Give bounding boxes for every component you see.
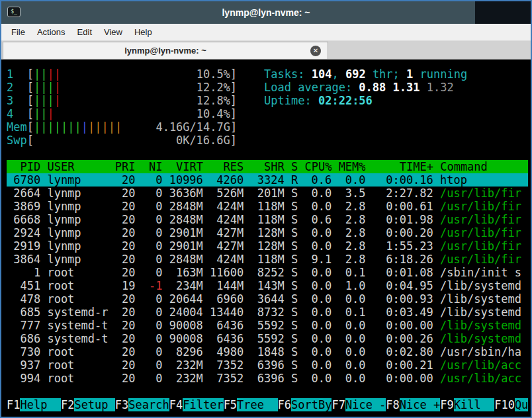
- meter-label: Swp: [7, 134, 27, 147]
- process-row[interactable]: 730 root 20 0 8296 4980 1848 S 0.0 0.0 0…: [7, 345, 528, 358]
- fkey-f7[interactable]: F7Nice -: [332, 398, 386, 411]
- fkey-f1[interactable]: F1Help: [7, 398, 61, 411]
- process-row[interactable]: 451 root 19 -1 234M 144M 143M S 0.0 1.0 …: [7, 279, 528, 292]
- green-meter-bar: |: [40, 107, 47, 120]
- process-command: /usr/lib/acc: [440, 372, 521, 385]
- spacer-line: [7, 147, 528, 160]
- process-row[interactable]: 3869 lynmp 20 0 2848M 424M 118M S 0.0 2.…: [7, 200, 528, 213]
- process-nice: 0: [142, 239, 163, 253]
- meter-label: Mem: [7, 120, 27, 134]
- process-command: htop: [440, 173, 467, 187]
- process-stats: 2901M 427M 128M S 0.0 2.8 1:55.23: [162, 239, 440, 253]
- process-nice: 0: [142, 266, 163, 279]
- green-meter-bar: |: [40, 81, 47, 94]
- column-header-s[interactable]: S: [285, 160, 298, 173]
- process-row[interactable]: 6780 lynmp 20 0 10996 4260 3324 R 0.6 0.…: [7, 173, 528, 187]
- process-command: /lib/systemd: [440, 306, 521, 319]
- process-stats: 163M 11600 8252 S 0.0 0.1 0:01.08: [162, 266, 440, 279]
- green-meter-bar: |: [47, 94, 54, 107]
- menu-file[interactable]: File: [5, 24, 31, 40]
- meter-open-bracket: [: [27, 107, 34, 120]
- meter-close-bracket: ]: [230, 81, 237, 94]
- process-row[interactable]: 3864 lynmp 20 0 2848M 424M 118M S 9.1 2.…: [7, 253, 528, 266]
- fkey-f9[interactable]: F9Kill: [440, 398, 494, 411]
- fkey-f3[interactable]: F3Search: [115, 398, 169, 411]
- fkey-f5[interactable]: F5Tree: [224, 398, 278, 411]
- memory-meter: Mem[||||||||||||| 4.16G/14.7G]: [7, 120, 528, 134]
- menu-actions[interactable]: Actions: [31, 24, 71, 40]
- tabbar: lynmp@lyn-nvme: ~ ✕: [1, 41, 531, 60]
- orange-meter-bar: |: [95, 120, 101, 134]
- process-nice: -1: [142, 279, 163, 292]
- process-nice: 0: [142, 358, 163, 372]
- process-row[interactable]: 2924 lynmp 20 0 2901M 427M 128M S 0.0 2.…: [7, 226, 528, 239]
- column-header-virt[interactable]: VIRT: [162, 160, 202, 173]
- fkey-f4[interactable]: F4Filter: [169, 398, 224, 411]
- meter-open-bracket: [: [27, 67, 34, 81]
- fkey-f2[interactable]: F2Setup: [61, 398, 115, 411]
- process-row[interactable]: 6668 lynmp 20 0 2848M 424M 118M S 0.6 2.…: [7, 213, 528, 226]
- column-header-mem[interactable]: MEM%: [332, 160, 365, 173]
- tasks-summary: Tasks: 104, 692 thr; 1 running: [264, 67, 467, 81]
- process-row[interactable]: 686 systemd-t 20 0 90008 6436 5592 S 0.0…: [7, 332, 528, 345]
- process-command: /usr/lib/fir: [440, 200, 521, 213]
- process-row[interactable]: 994 root 20 0 232M 7352 6396 S 0.0 0.0 0…: [7, 372, 528, 385]
- meter-label: 4: [7, 107, 27, 120]
- menu-view[interactable]: View: [98, 24, 128, 40]
- terminal-tab[interactable]: lynmp@lyn-nvme: ~ ✕: [3, 42, 328, 59]
- orange-meter-bar: |: [115, 120, 122, 134]
- process-row[interactable]: 777 systemd-t 20 0 90008 6436 5592 S 0.0…: [7, 319, 528, 332]
- column-header-command[interactable]: Command: [433, 160, 488, 173]
- fkey-f8[interactable]: F8Nice +: [386, 398, 440, 411]
- process-nice: 0: [142, 319, 163, 332]
- column-header-shr[interactable]: SHR: [244, 160, 284, 173]
- process-row[interactable]: 685 systemd-r 20 0 24004 13440 8732 S 0.…: [7, 306, 528, 319]
- process-stats: 90008 6436 5592 S 0.0 0.0 0:00.26: [162, 332, 440, 345]
- titlebar[interactable]: $_ lynmp@lyn-nvme: ~: [1, 1, 531, 24]
- process-row[interactable]: 1 root 20 0 163M 11600 8252 S 0.0 0.1 0:…: [7, 266, 528, 279]
- column-header-user[interactable]: USER: [40, 160, 108, 173]
- process-fields: 3869 lynmp 20: [7, 200, 142, 213]
- process-row[interactable]: 478 root 20 0 20644 6960 3644 S 0.0 0.0 …: [7, 292, 528, 306]
- column-header-cpu[interactable]: CPU%: [298, 160, 332, 173]
- process-nice: 0: [142, 292, 163, 306]
- menu-help[interactable]: Help: [128, 24, 158, 40]
- meter-label: 2: [7, 81, 27, 94]
- process-fields: 1 root 20: [7, 266, 142, 279]
- process-row[interactable]: 937 root 20 0 232M 7352 6396 S 0.0 0.0 0…: [7, 358, 528, 372]
- process-nice: 0: [142, 226, 163, 239]
- column-header-time[interactable]: TIME+: [366, 160, 433, 173]
- process-stats: 90008 6436 5592 S 0.0 0.0 0:00.00: [162, 319, 440, 332]
- window-title: lynmp@lyn-nvme: ~: [222, 7, 310, 18]
- process-fields: 6780 lynmp 20: [7, 173, 142, 187]
- process-command: /lib/systemd: [440, 319, 521, 332]
- meter-open-bracket: [: [27, 120, 34, 134]
- process-fields: 730 root 20: [7, 345, 142, 358]
- red-meter-bar: |: [54, 94, 61, 107]
- process-stats: 2901M 427M 128M S 0.0 2.8 0:00.20: [162, 226, 440, 239]
- column-header-pid[interactable]: PID: [7, 160, 40, 173]
- green-meter-bar: |: [34, 81, 40, 94]
- menu-edit[interactable]: Edit: [71, 24, 98, 40]
- cpu-2-meter: 2 [|||| 12.2%] Load average: 0.88 1.31 1…: [7, 81, 528, 94]
- window-controls-area: [475, 1, 531, 24]
- process-fields: 2919 lynmp 20: [7, 239, 142, 253]
- process-row[interactable]: 2664 lynmp 20 0 3636M 526M 201M S 0.0 3.…: [7, 187, 528, 200]
- tab-close-icon[interactable]: ✕: [310, 46, 321, 56]
- column-header-ni[interactable]: NI: [136, 160, 163, 173]
- meter-open-bracket: [: [27, 94, 34, 107]
- fkey-f6[interactable]: F6SortBy: [278, 398, 332, 411]
- green-meter-bar: |: [40, 120, 47, 134]
- fkey-f10[interactable]: F10Qu: [494, 398, 528, 411]
- process-row[interactable]: 2919 lynmp 20 0 2901M 427M 128M S 0.0 2.…: [7, 239, 528, 253]
- load-average: Load average: 0.88 1.31 1.32: [264, 81, 454, 94]
- column-header-res[interactable]: RES: [203, 160, 244, 173]
- menubar: File Actions Edit View Help: [1, 24, 531, 41]
- process-stats: 20644 6960 3644 S 0.0 0.0 0:00.93: [162, 292, 440, 306]
- terminal-screen[interactable]: 1 [|||| 10.5%] Tasks: 104, 692 thr; 1 ru…: [1, 60, 531, 417]
- meter-close-bracket: ]: [230, 94, 237, 107]
- process-stats: 3636M 526M 201M S 0.0 3.5 2:27.82: [162, 187, 440, 200]
- column-header-pri[interactable]: PRI: [109, 160, 136, 173]
- process-fields: 686 systemd-t 20: [7, 332, 142, 345]
- blue-meter-bar: |: [81, 120, 88, 134]
